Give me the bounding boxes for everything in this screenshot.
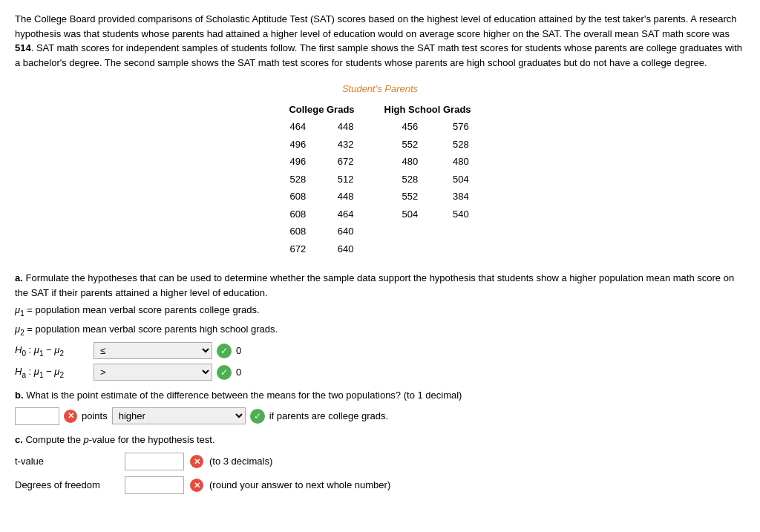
college-val2: 448 xyxy=(321,118,369,136)
dof-row: Degrees of freedom ✕ (round your answer … xyxy=(15,476,745,494)
section-b: b. What is the point estimate of the dif… xyxy=(15,388,745,425)
college-val1: 496 xyxy=(274,136,321,154)
college-val1: 528 xyxy=(274,171,321,188)
dof-label: Degrees of freedom xyxy=(15,478,119,493)
section-c: c. Compute the p-value for the hypothesi… xyxy=(15,433,745,495)
tvalue-input[interactable] xyxy=(125,453,184,470)
college-grads-header: College Grads xyxy=(274,101,369,119)
table-row: 672 640 xyxy=(274,240,485,258)
tvalue-note: (to 3 decimals) xyxy=(209,454,272,469)
hs-val2: 480 xyxy=(436,153,486,171)
section-c-text: Compute the p-value for the hypothesis t… xyxy=(25,434,214,445)
section-a: a. Formulate the hypotheses that can be … xyxy=(15,271,745,381)
hs-val2 xyxy=(436,240,486,258)
hs-val2: 540 xyxy=(436,206,486,223)
tvalue-label: t-value xyxy=(15,454,119,469)
dof-note: (round your answer to next whole number) xyxy=(209,478,390,493)
trailing-text: if parents are college grads. xyxy=(269,409,388,424)
ha-check-icon: ✓ xyxy=(217,365,232,380)
table-row: 528 512 528 504 xyxy=(274,171,485,188)
college-val1: 608 xyxy=(274,188,321,206)
college-val1: 464 xyxy=(274,118,321,136)
data-table-section: Student's Parents College Grads High Sch… xyxy=(15,82,745,257)
tvalue-row: t-value ✕ (to 3 decimals) xyxy=(15,453,745,470)
hs-val1: 480 xyxy=(370,153,436,171)
higher-lower-check-icon: ✓ xyxy=(250,409,265,424)
table-row: 464 448 456 576 xyxy=(274,118,485,136)
h0-check-icon: ✓ xyxy=(217,344,232,358)
hs-val1: 552 xyxy=(370,188,436,206)
section-b-text: What is the point estimate of the differ… xyxy=(26,390,462,401)
point-estimate-error-icon: ✕ xyxy=(64,410,77,423)
hs-val2: 528 xyxy=(436,136,486,154)
section-a-label: a. xyxy=(15,272,23,283)
college-val2: 640 xyxy=(321,240,369,258)
section-b-inputs: ✕ points higherlower ✓ if parents are co… xyxy=(15,407,745,425)
college-val2: 464 xyxy=(321,206,369,223)
table-row: 608 448 552 384 xyxy=(274,188,485,206)
college-val2: 448 xyxy=(321,188,369,206)
hs-val1: 504 xyxy=(370,206,436,223)
sat-data-table: College Grads High School Grads 464 448 … xyxy=(274,101,485,258)
table-row: 496 432 552 528 xyxy=(274,136,485,154)
hs-val1 xyxy=(370,240,436,258)
hs-val1 xyxy=(370,223,436,240)
college-val1: 496 xyxy=(274,153,321,171)
hs-val2: 576 xyxy=(436,118,486,136)
section-c-label: c. xyxy=(15,434,23,445)
college-val2: 640 xyxy=(321,223,369,240)
college-val2: 672 xyxy=(321,153,369,171)
table-row: 608 464 504 540 xyxy=(274,206,485,223)
table-title: Student's Parents xyxy=(342,82,418,96)
section-c-header: c. Compute the p-value for the hypothesi… xyxy=(15,433,745,447)
dof-input[interactable] xyxy=(125,476,184,494)
intro-paragraph: The College Board provided comparisons o… xyxy=(15,12,745,70)
college-val1: 608 xyxy=(274,206,321,223)
hs-val1: 552 xyxy=(370,136,436,154)
dof-error-icon: ✕ xyxy=(190,479,203,492)
h0-zero: 0 xyxy=(236,344,241,358)
higher-lower-select[interactable]: higherlower xyxy=(112,407,246,424)
hs-val1: 528 xyxy=(370,171,436,188)
mu1-definition: μ1 = population mean verbal score parent… xyxy=(15,303,745,319)
h0-label: H0 : μ1 − μ2 xyxy=(15,343,89,359)
section-b-label: b. xyxy=(15,390,24,401)
high-school-grads-header: High School Grads xyxy=(370,101,486,119)
hs-val2 xyxy=(436,223,486,240)
hs-val2: 504 xyxy=(436,171,486,188)
ha-select[interactable]: >≥=<≤≠ xyxy=(94,364,212,381)
hs-val2: 384 xyxy=(436,188,486,206)
tvalue-error-icon: ✕ xyxy=(190,455,203,468)
college-val2: 432 xyxy=(321,136,369,154)
bold-number: 514 xyxy=(15,42,31,53)
point-estimate-input[interactable] xyxy=(15,407,59,425)
h0-row: H0 : μ1 − μ2 ≤≥=<>≠ ✓ 0 xyxy=(15,342,745,359)
table-row: 608 640 xyxy=(274,223,485,240)
college-val1: 672 xyxy=(274,240,321,258)
college-val1: 608 xyxy=(274,223,321,240)
college-val2: 512 xyxy=(321,171,369,188)
points-label: points xyxy=(82,409,108,424)
ha-label: Ha : μ1 − μ2 xyxy=(15,364,89,381)
h0-select[interactable]: ≤≥=<>≠ xyxy=(94,342,212,359)
ha-row: Ha : μ1 − μ2 >≥=<≤≠ ✓ 0 xyxy=(15,364,745,381)
section-a-text: Formulate the hypotheses that can be use… xyxy=(15,272,734,298)
ha-zero: 0 xyxy=(236,365,241,380)
hs-val1: 456 xyxy=(370,118,436,136)
mu2-definition: μ2 = population mean verbal score parent… xyxy=(15,322,745,338)
table-row: 496 672 480 480 xyxy=(274,153,485,171)
